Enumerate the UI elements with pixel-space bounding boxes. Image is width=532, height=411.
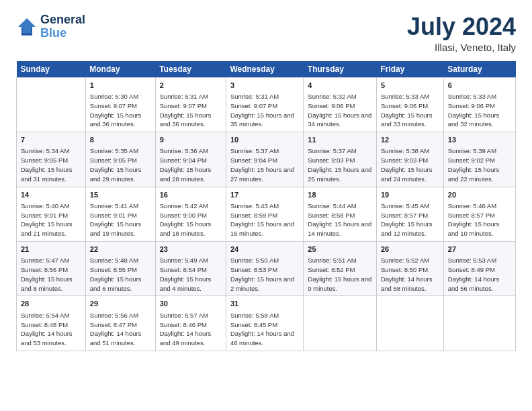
cell-content: Sunrise: 5:32 AMSunset: 9:06 PMDaylight:… <box>308 92 372 129</box>
title-block: July 2024 Illasi, Veneto, Italy <box>407 13 516 53</box>
day-number: 23 <box>160 244 222 255</box>
calendar-cell: 26Sunrise: 5:52 AMSunset: 8:50 PMDayligh… <box>376 241 443 295</box>
cell-content: Sunrise: 5:51 AMSunset: 8:52 PMDaylight:… <box>308 256 372 293</box>
logo-icon <box>16 16 38 38</box>
day-number: 28 <box>21 299 81 309</box>
calendar-cell: 28Sunrise: 5:54 AMSunset: 8:48 PMDayligh… <box>17 296 86 351</box>
calendar-cell: 12Sunrise: 5:38 AMSunset: 9:03 PMDayligh… <box>376 132 443 187</box>
day-number: 30 <box>160 299 222 309</box>
calendar-cell: 22Sunrise: 5:48 AMSunset: 8:55 PMDayligh… <box>85 241 155 295</box>
cell-content: Sunrise: 5:48 AMSunset: 8:55 PMDaylight:… <box>90 256 151 293</box>
day-number: 4 <box>308 81 372 91</box>
cell-content: Sunrise: 5:45 AMSunset: 8:57 PMDaylight:… <box>381 201 439 238</box>
calendar-cell: 30Sunrise: 5:57 AMSunset: 8:46 PMDayligh… <box>155 296 226 351</box>
header: General Blue July 2024 Illasi, Veneto, I… <box>16 13 516 53</box>
day-number: 31 <box>230 299 299 309</box>
cell-content: Sunrise: 5:58 AMSunset: 8:45 PMDaylight:… <box>230 311 299 348</box>
calendar-cell: 5Sunrise: 5:33 AMSunset: 9:06 PMDaylight… <box>376 77 443 132</box>
day-number: 2 <box>160 81 222 91</box>
calendar-cell: 20Sunrise: 5:46 AMSunset: 8:57 PMDayligh… <box>443 187 515 241</box>
calendar-cell: 27Sunrise: 5:53 AMSunset: 8:49 PMDayligh… <box>443 241 515 295</box>
logo-line2: Blue <box>40 26 66 40</box>
cell-content: Sunrise: 5:35 AMSunset: 9:05 PMDaylight:… <box>90 146 151 183</box>
calendar-cell: 6Sunrise: 5:33 AMSunset: 9:06 PMDaylight… <box>443 77 515 132</box>
cell-content: Sunrise: 5:42 AMSunset: 9:00 PMDaylight:… <box>160 201 222 238</box>
day-number: 17 <box>230 190 299 200</box>
calendar-cell: 29Sunrise: 5:56 AMSunset: 8:47 PMDayligh… <box>85 296 155 351</box>
day-number: 27 <box>448 244 511 255</box>
header-day: Sunday <box>17 61 86 78</box>
calendar-cell: 17Sunrise: 5:43 AMSunset: 8:59 PMDayligh… <box>226 187 303 241</box>
calendar-cell: 16Sunrise: 5:42 AMSunset: 9:00 PMDayligh… <box>155 187 226 241</box>
calendar-cell: 3Sunrise: 5:31 AMSunset: 9:07 PMDaylight… <box>226 77 303 132</box>
cell-content: Sunrise: 5:36 AMSunset: 9:04 PMDaylight:… <box>160 146 222 183</box>
cell-content: Sunrise: 5:44 AMSunset: 8:58 PMDaylight:… <box>308 201 372 238</box>
day-number: 18 <box>308 190 372 200</box>
cell-content: Sunrise: 5:31 AMSunset: 9:07 PMDaylight:… <box>160 92 222 129</box>
cell-content: Sunrise: 5:53 AMSunset: 8:49 PMDaylight:… <box>448 256 511 293</box>
main-title: July 2024 <box>407 13 516 40</box>
day-number: 21 <box>21 244 81 255</box>
day-number: 19 <box>381 190 439 200</box>
cell-content: Sunrise: 5:38 AMSunset: 9:03 PMDaylight:… <box>381 146 439 183</box>
calendar-cell: 13Sunrise: 5:39 AMSunset: 9:02 PMDayligh… <box>443 132 515 187</box>
day-number: 13 <box>448 135 511 145</box>
cell-content: Sunrise: 5:31 AMSunset: 9:07 PMDaylight:… <box>230 92 299 129</box>
calendar-cell: 21Sunrise: 5:47 AMSunset: 8:56 PMDayligh… <box>17 241 86 295</box>
day-number: 15 <box>90 190 151 200</box>
header-day: Monday <box>85 61 155 78</box>
day-number: 12 <box>381 135 439 145</box>
day-number: 1 <box>90 81 151 91</box>
calendar-cell: 7Sunrise: 5:34 AMSunset: 9:05 PMDaylight… <box>17 132 86 187</box>
calendar-week-row: 21Sunrise: 5:47 AMSunset: 8:56 PMDayligh… <box>17 241 516 295</box>
cell-content: Sunrise: 5:37 AMSunset: 9:04 PMDaylight:… <box>230 146 299 183</box>
header-day: Saturday <box>443 61 515 78</box>
cell-content: Sunrise: 5:50 AMSunset: 8:53 PMDaylight:… <box>230 256 299 293</box>
logo-text: General Blue <box>40 13 85 40</box>
calendar-cell <box>443 296 515 351</box>
calendar-cell: 2Sunrise: 5:31 AMSunset: 9:07 PMDaylight… <box>155 77 226 132</box>
cell-content: Sunrise: 5:34 AMSunset: 9:05 PMDaylight:… <box>21 146 81 183</box>
calendar-cell: 1Sunrise: 5:30 AMSunset: 9:07 PMDaylight… <box>85 77 155 132</box>
calendar-cell: 9Sunrise: 5:36 AMSunset: 9:04 PMDaylight… <box>155 132 226 187</box>
day-number: 24 <box>230 244 299 255</box>
cell-content: Sunrise: 5:47 AMSunset: 8:56 PMDaylight:… <box>21 256 81 293</box>
cell-content: Sunrise: 5:33 AMSunset: 9:06 PMDaylight:… <box>381 92 439 129</box>
day-number: 14 <box>21 190 81 200</box>
day-number: 26 <box>381 244 439 255</box>
svg-marker-1 <box>18 18 36 33</box>
calendar-cell: 11Sunrise: 5:37 AMSunset: 9:03 PMDayligh… <box>304 132 377 187</box>
cell-content: Sunrise: 5:39 AMSunset: 9:02 PMDaylight:… <box>448 146 511 183</box>
header-row: SundayMondayTuesdayWednesdayThursdayFrid… <box>17 61 516 78</box>
day-number: 3 <box>230 81 299 91</box>
cell-content: Sunrise: 5:52 AMSunset: 8:50 PMDaylight:… <box>381 256 439 293</box>
calendar-header: SundayMondayTuesdayWednesdayThursdayFrid… <box>17 61 516 78</box>
day-number: 16 <box>160 190 222 200</box>
calendar-cell: 25Sunrise: 5:51 AMSunset: 8:52 PMDayligh… <box>304 241 377 295</box>
calendar-cell <box>304 296 377 351</box>
day-number: 22 <box>90 244 151 255</box>
cell-content: Sunrise: 5:54 AMSunset: 8:48 PMDaylight:… <box>21 311 81 348</box>
calendar-cell: 19Sunrise: 5:45 AMSunset: 8:57 PMDayligh… <box>376 187 443 241</box>
cell-content: Sunrise: 5:43 AMSunset: 8:59 PMDaylight:… <box>230 201 299 238</box>
cell-content: Sunrise: 5:30 AMSunset: 9:07 PMDaylight:… <box>90 92 151 129</box>
subtitle: Illasi, Veneto, Italy <box>407 42 516 53</box>
header-day: Thursday <box>304 61 377 78</box>
calendar-table: SundayMondayTuesdayWednesdayThursdayFrid… <box>16 61 516 351</box>
header-day: Wednesday <box>226 61 303 78</box>
calendar-cell: 24Sunrise: 5:50 AMSunset: 8:53 PMDayligh… <box>226 241 303 295</box>
calendar-body: 1Sunrise: 5:30 AMSunset: 9:07 PMDaylight… <box>17 77 516 351</box>
cell-content: Sunrise: 5:46 AMSunset: 8:57 PMDaylight:… <box>448 201 511 238</box>
calendar-cell: 23Sunrise: 5:49 AMSunset: 8:54 PMDayligh… <box>155 241 226 295</box>
day-number: 20 <box>448 190 511 200</box>
calendar-cell: 15Sunrise: 5:41 AMSunset: 9:01 PMDayligh… <box>85 187 155 241</box>
page: General Blue July 2024 Illasi, Veneto, I… <box>0 0 532 411</box>
calendar-week-row: 14Sunrise: 5:40 AMSunset: 9:01 PMDayligh… <box>17 187 516 241</box>
calendar-cell <box>17 77 86 132</box>
calendar-cell: 10Sunrise: 5:37 AMSunset: 9:04 PMDayligh… <box>226 132 303 187</box>
header-day: Tuesday <box>155 61 226 78</box>
logo-line1: General <box>40 13 85 27</box>
calendar-cell: 8Sunrise: 5:35 AMSunset: 9:05 PMDaylight… <box>85 132 155 187</box>
calendar-week-row: 28Sunrise: 5:54 AMSunset: 8:48 PMDayligh… <box>17 296 516 351</box>
calendar-cell: 18Sunrise: 5:44 AMSunset: 8:58 PMDayligh… <box>304 187 377 241</box>
